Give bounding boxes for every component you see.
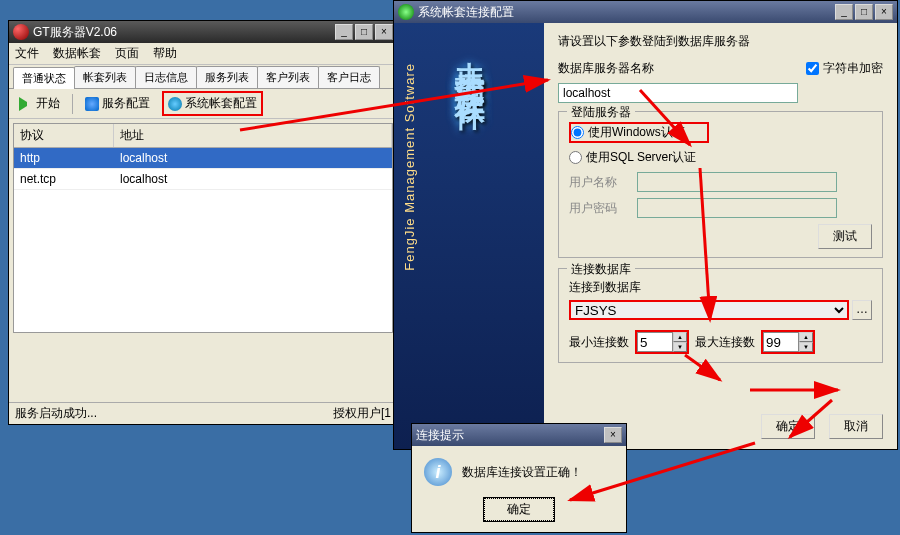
menu-file[interactable]: 文件	[15, 45, 39, 62]
encrypt-checkbox[interactable]: 字符串加密	[806, 60, 883, 77]
tab-clients[interactable]: 客户列表	[257, 66, 319, 88]
cancel-button[interactable]: 取消	[829, 414, 883, 439]
status-left: 服务启动成功...	[15, 405, 97, 422]
auth-sql-radio[interactable]: 使用SQL Server认证	[569, 149, 872, 166]
app-icon	[13, 24, 29, 40]
toolbar: 开始 服务配置 系统帐套配置	[9, 89, 397, 119]
statusbar: 服务启动成功... 授权用户[1	[9, 402, 397, 424]
menubar: 文件 数据帐套 页面 帮助	[9, 43, 397, 65]
server-icon	[85, 97, 99, 111]
auth-windows-radio[interactable]: 使用Windows认证	[569, 122, 709, 143]
minimize-button[interactable]: _	[835, 4, 853, 20]
sidebar-cn-text: 丰捷管理软件	[449, 37, 490, 85]
menu-accounts[interactable]: 数据帐套	[53, 45, 101, 62]
dialog-icon	[398, 4, 414, 20]
close-button[interactable]: ×	[875, 4, 893, 20]
tab-status[interactable]: 普通状态	[13, 67, 75, 89]
maximize-button[interactable]: □	[355, 24, 373, 40]
config-hint: 请设置以下参数登陆到数据库服务器	[558, 33, 883, 50]
connection-table: 协议 地址 http localhost net.tcp localhost	[13, 123, 393, 333]
ok-button[interactable]: 确定	[761, 414, 815, 439]
gear-icon	[168, 97, 182, 111]
message-text: 数据库连接设置正确！	[462, 464, 582, 481]
play-icon	[19, 97, 33, 111]
col-address[interactable]: 地址	[114, 124, 392, 147]
min-conn-spinner[interactable]: ▲▼	[635, 330, 689, 354]
info-icon: i	[424, 458, 452, 486]
start-button[interactable]: 开始	[15, 93, 64, 114]
tab-services[interactable]: 服务列表	[196, 66, 258, 88]
server-label: 数据库服务器名称	[558, 60, 654, 77]
spin-down-icon[interactable]: ▼	[673, 342, 687, 352]
password-input	[637, 198, 837, 218]
system-account-config-button[interactable]: 系统帐套配置	[162, 91, 263, 116]
min-conn-label: 最小连接数	[569, 334, 629, 351]
spin-down-icon[interactable]: ▼	[799, 342, 813, 352]
message-title: 连接提示	[416, 427, 464, 444]
sidebar-en-text: FengJie Management Software	[402, 63, 417, 271]
maximize-button[interactable]: □	[855, 4, 873, 20]
server-input[interactable]	[558, 83, 798, 103]
config-sidebar: FengJie Management Software 丰捷管理软件	[394, 23, 544, 449]
menu-page[interactable]: 页面	[115, 45, 139, 62]
database-fieldset: 连接数据库 连接到数据库 FJSYS … 最小连接数 ▲▼ 最大连接数 ▲▼	[558, 268, 883, 363]
minimize-button[interactable]: _	[335, 24, 353, 40]
test-button[interactable]: 测试	[818, 224, 872, 249]
message-ok-button[interactable]: 确定	[484, 498, 554, 521]
config-title: 系统帐套连接配置	[418, 4, 514, 21]
close-button[interactable]: ×	[604, 427, 622, 443]
menu-help[interactable]: 帮助	[153, 45, 177, 62]
main-title: GT服务器V2.06	[33, 24, 117, 41]
username-label: 用户名称	[569, 174, 629, 191]
table-row[interactable]: http localhost	[14, 148, 392, 169]
main-window: GT服务器V2.06 _ □ × 文件 数据帐套 页面 帮助 普通状态 帐套列表…	[8, 20, 398, 425]
tabbar: 普通状态 帐套列表 日志信息 服务列表 客户列表 客户日志	[9, 65, 397, 89]
col-protocol[interactable]: 协议	[14, 124, 114, 147]
spin-up-icon[interactable]: ▲	[673, 332, 687, 342]
browse-button[interactable]: …	[852, 300, 872, 320]
tab-clientlog[interactable]: 客户日志	[318, 66, 380, 88]
login-fieldset: 登陆服务器 使用Windows认证 使用SQL Server认证 用户名称 用户…	[558, 111, 883, 258]
spin-up-icon[interactable]: ▲	[799, 332, 813, 342]
database-select[interactable]: FJSYS	[569, 300, 849, 320]
db-label: 连接到数据库	[569, 279, 872, 296]
close-button[interactable]: ×	[375, 24, 393, 40]
message-dialog: 连接提示 × i 数据库连接设置正确！ 确定	[411, 423, 627, 533]
max-conn-label: 最大连接数	[695, 334, 755, 351]
table-row[interactable]: net.tcp localhost	[14, 169, 392, 190]
config-dialog: 系统帐套连接配置 _ □ × FengJie Management Softwa…	[393, 0, 898, 450]
max-conn-spinner[interactable]: ▲▼	[761, 330, 815, 354]
password-label: 用户密码	[569, 200, 629, 217]
service-config-button[interactable]: 服务配置	[81, 93, 154, 114]
status-right: 授权用户[1	[333, 405, 391, 422]
tab-log[interactable]: 日志信息	[135, 66, 197, 88]
main-titlebar[interactable]: GT服务器V2.06 _ □ ×	[9, 21, 397, 43]
username-input	[637, 172, 837, 192]
tab-accounts[interactable]: 帐套列表	[74, 66, 136, 88]
